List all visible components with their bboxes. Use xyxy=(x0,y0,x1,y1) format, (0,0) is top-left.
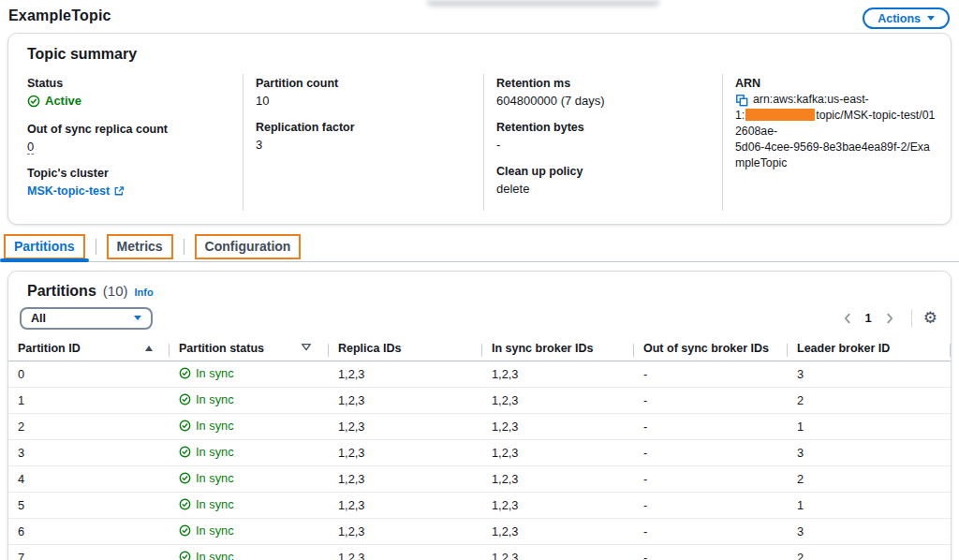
column-header-partition-id-label: Partition ID xyxy=(18,342,81,355)
column-header-leader-broker-id: Leader broker ID xyxy=(788,339,951,361)
replication-factor-value: 3 xyxy=(256,136,468,154)
clean-up-policy-value: delete xyxy=(496,180,707,198)
cell-out-of-sync-broker-ids: - xyxy=(634,519,788,545)
partition-count-value: 10 xyxy=(256,92,468,110)
cell-partition-status: In sync xyxy=(179,550,234,560)
partition-count-label: Partition count xyxy=(256,76,468,92)
cell-partition-status: In sync xyxy=(179,419,234,433)
cluster-link[interactable]: MSK-topic-test xyxy=(27,183,125,200)
field-replication-factor: Replication factor 3 xyxy=(256,120,468,154)
tab-partitions-label: Partitions xyxy=(14,239,75,254)
out-of-sync-replica-count-label: Out of sync replica count xyxy=(27,122,228,138)
cell-replica-ids: 1,2,3 xyxy=(329,466,482,493)
tab-partitions-highlight-box: Partitions xyxy=(4,234,85,259)
sort-ascending-icon[interactable] xyxy=(145,346,153,351)
actions-button[interactable]: Actions xyxy=(863,7,950,29)
out-of-sync-replica-count-value[interactable]: 0 xyxy=(27,140,34,155)
cell-leader-broker-id: 2 xyxy=(788,388,951,414)
arn-value: arn:aws:kafka:us-east- 1:topic/MSK-topic… xyxy=(735,92,936,171)
pagination-previous-button[interactable] xyxy=(837,308,858,329)
cell-out-of-sync-broker-ids: - xyxy=(634,388,788,414)
cell-leader-broker-id: 3 xyxy=(788,361,951,388)
cell-partition-id: 1 xyxy=(8,388,170,414)
partitions-header: Partitions (10) Info xyxy=(8,283,951,300)
cell-leader-broker-id: 2 xyxy=(788,545,951,560)
cluster-link-text: MSK-topic-test xyxy=(27,183,110,200)
cell-partition-status: In sync xyxy=(179,392,234,406)
partitions-card: Partitions (10) Info All 1 ⚙ Partition I… xyxy=(7,271,952,560)
field-arn: ARN arn:aws:kafka:us-east- 1:topic/MSK-t… xyxy=(735,76,936,171)
redacted-account-id xyxy=(745,109,815,121)
tab-bar: Partitions Metrics Configuration xyxy=(0,233,959,262)
summary-column-4: ARN arn:aws:kafka:us-east- 1:topic/MSK-t… xyxy=(722,74,951,211)
browser-chrome-artifact xyxy=(426,0,660,7)
status-label: Status xyxy=(27,76,228,92)
pagination-current-page[interactable]: 1 xyxy=(862,311,876,325)
column-header-partition-id[interactable]: Partition ID xyxy=(8,339,170,361)
page-title: ExampleTopic xyxy=(8,7,111,24)
cell-replica-ids: 1,2,3 xyxy=(329,361,482,388)
cell-in-sync-broker-ids: 1,2,3 xyxy=(482,414,634,440)
table-row: 3 In sync 1,2,3 1,2,3 - 3 xyxy=(8,440,951,466)
summary-column-3: Retention ms 604800000 (7 days) Retentio… xyxy=(483,74,722,211)
partitions-table: Partition ID Partition status Replica ID… xyxy=(8,339,951,560)
cell-partition-id: 5 xyxy=(8,493,170,519)
settings-gear-icon[interactable]: ⚙ xyxy=(923,310,937,326)
caret-down-icon xyxy=(134,316,141,320)
cell-in-sync-broker-ids: 1,2,3 xyxy=(482,493,634,519)
info-link[interactable]: Info xyxy=(134,287,153,298)
caret-down-icon xyxy=(927,16,935,21)
cell-replica-ids: 1,2,3 xyxy=(329,414,482,440)
table-row: 2 In sync 1,2,3 1,2,3 - 1 xyxy=(8,414,951,440)
column-header-replica-ids: Replica IDs xyxy=(329,339,482,361)
field-status: Status Active xyxy=(27,76,228,111)
table-row: 7 In sync 1,2,3 1,2,3 - 2 xyxy=(8,545,951,560)
column-header-in-sync-broker-ids: In sync broker IDs xyxy=(482,339,634,361)
partitions-count: (10) xyxy=(103,283,128,299)
retention-ms-label: Retention ms xyxy=(496,76,707,92)
external-link-icon xyxy=(113,185,125,197)
field-clean-up-policy: Clean up policy delete xyxy=(496,164,707,198)
topic-summary-grid: Status Active Out of sync replica count … xyxy=(8,74,951,211)
cell-in-sync-broker-ids: 1,2,3 xyxy=(482,545,634,560)
cell-partition-id: 4 xyxy=(8,466,170,493)
cell-partition-id: 7 xyxy=(8,545,170,560)
cell-replica-ids: 1,2,3 xyxy=(329,519,482,545)
filter-icon[interactable] xyxy=(301,342,312,356)
retention-bytes-value: - xyxy=(496,136,707,154)
cell-partition-id: 6 xyxy=(8,519,170,545)
table-row: 1 In sync 1,2,3 1,2,3 - 2 xyxy=(8,388,951,414)
retention-ms-value: 604800000 (7 days) xyxy=(496,92,707,110)
cell-leader-broker-id: 3 xyxy=(788,519,951,545)
table-row: 4 In sync 1,2,3 1,2,3 - 2 xyxy=(8,466,951,493)
tab-metrics-label: Metrics xyxy=(117,239,163,254)
field-retention-bytes: Retention bytes - xyxy=(496,120,707,154)
table-row: 6 In sync 1,2,3 1,2,3 - 3 xyxy=(8,519,951,545)
clean-up-policy-label: Clean up policy xyxy=(496,164,707,180)
tab-partitions[interactable]: Partitions xyxy=(4,233,85,261)
cell-replica-ids: 1,2,3 xyxy=(329,440,482,466)
copy-icon[interactable] xyxy=(735,94,748,107)
tab-configuration-label: Configuration xyxy=(205,239,291,254)
column-header-partition-status[interactable]: Partition status xyxy=(170,339,329,361)
table-header-row: Partition ID Partition status Replica ID… xyxy=(8,339,951,361)
cell-in-sync-broker-ids: 1,2,3 xyxy=(482,388,634,414)
pagination-next-button[interactable] xyxy=(879,308,900,329)
column-header-partition-status-label: Partition status xyxy=(179,342,264,355)
summary-column-2: Partition count 10 Replication factor 3 xyxy=(243,74,483,211)
toolbar-divider xyxy=(911,309,912,328)
column-header-out-of-sync-broker-ids: Out of sync broker IDs xyxy=(634,339,788,361)
cell-partition-status: In sync xyxy=(179,471,234,485)
partition-filter-select[interactable]: All xyxy=(20,307,153,330)
tab-divider xyxy=(96,239,96,255)
pagination: 1 ⚙ xyxy=(837,308,937,329)
tab-metrics[interactable]: Metrics xyxy=(107,233,173,261)
cell-partition-id: 0 xyxy=(8,361,170,388)
cell-leader-broker-id: 1 xyxy=(788,414,951,440)
cell-leader-broker-id: 3 xyxy=(788,440,951,466)
arn-text-line1: arn:aws:kafka:us-east- xyxy=(753,92,869,108)
partition-filter-value: All xyxy=(31,312,46,325)
status-value: Active xyxy=(45,92,81,110)
tab-configuration[interactable]: Configuration xyxy=(195,233,302,261)
field-out-of-sync-replica-count: Out of sync replica count 0 xyxy=(27,122,228,155)
